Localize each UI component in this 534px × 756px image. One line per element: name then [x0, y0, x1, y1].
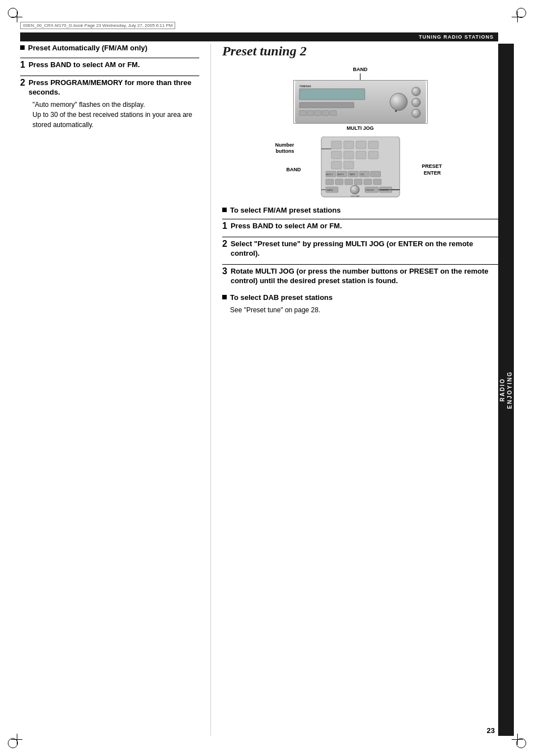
diagram-area: BAND YAMAHA	[222, 67, 498, 198]
left-step-1: 1 Press BAND to select AM or FM.	[20, 58, 199, 70]
right-step-3-text: Rotate MULTI JOG (or press the number bu…	[231, 267, 498, 286]
left-column: Preset Automatically (FM/AM only) 1 Pres…	[20, 44, 210, 736]
dab-body: See "Preset tune" on page 28.	[222, 306, 498, 314]
left-step-2-number: 2	[20, 78, 25, 87]
remote-container: Number buttons BAND PRESET ENTER	[222, 137, 498, 198]
right-step-2-header: 2 Select "Preset tune" by pressing MULTI…	[222, 237, 498, 259]
preset-auto-title: Preset Automatically (FM/AM only)	[20, 44, 199, 52]
svg-text:AUX 1: AUX 1	[326, 173, 333, 176]
svg-point-10	[411, 87, 420, 96]
dab-section-title: To select DAB preset stations	[222, 293, 498, 302]
right-step-1-text: Press BAND to select AM or FM.	[231, 222, 342, 231]
left-step-1-text: Press BAND to select AM or FM.	[29, 60, 140, 70]
svg-text:TAPE: TAPE	[349, 173, 355, 176]
svg-text:PRESET: PRESET	[366, 189, 375, 191]
svg-rect-34	[326, 179, 334, 185]
right-step-3-header: 3 Rotate MULTI JOG (or press the number …	[222, 264, 498, 286]
band-arrow	[360, 73, 360, 80]
svg-rect-24	[344, 161, 354, 169]
svg-rect-17	[356, 141, 366, 149]
stereo-unit-svg: YAMAHA	[293, 80, 428, 124]
left-step-2-header: 2 Press PROGRAM/MEMORY for more than thr…	[20, 76, 199, 97]
svg-rect-35	[335, 179, 343, 185]
left-step-2-body: "Auto memory" flashes on the display. Up…	[20, 100, 199, 130]
svg-rect-16	[344, 141, 354, 149]
right-step-2: 2 Select "Preset tune" by pressing MULTI…	[222, 237, 498, 259]
svg-rect-36	[345, 179, 353, 185]
left-step-2-body-line2: Up to 30 of the best received stations i…	[32, 110, 199, 130]
number-buttons-label: Number buttons	[275, 142, 294, 154]
svg-point-12	[411, 109, 420, 118]
svg-rect-22	[368, 151, 378, 159]
svg-rect-8	[330, 111, 336, 116]
svg-rect-5	[307, 111, 313, 116]
left-step-2-text: Press PROGRAM/MEMORY for more than three…	[29, 78, 199, 97]
svg-text:VOLUME: VOLUME	[350, 195, 360, 198]
preset-tuning-title: Preset tuning 2	[222, 44, 498, 59]
multi-jog-label: MULTI JOG	[222, 125, 498, 131]
right-step-3: 3 Rotate MULTI JOG (or press the number …	[222, 264, 498, 286]
svg-text:CD: CD	[360, 173, 364, 176]
svg-rect-38	[364, 179, 372, 185]
svg-rect-15	[331, 141, 341, 149]
svg-text:YAMAHA: YAMAHA	[299, 85, 311, 88]
svg-rect-21	[356, 151, 366, 159]
right-step-1-header: 1 Press BAND to select AM or FM.	[222, 219, 498, 231]
dab-title-text: To select DAB preset stations	[230, 293, 332, 302]
svg-point-9	[390, 93, 407, 110]
dab-bullet	[222, 295, 227, 299]
left-step-1-header: 1 Press BAND to select AM or FM.	[20, 58, 199, 70]
band-label-top: BAND	[222, 67, 498, 72]
svg-rect-37	[354, 179, 362, 185]
section-header: TUNING RADIO STATIONS	[20, 32, 498, 41]
right-step-3-number: 3	[222, 267, 227, 276]
left-step-1-number: 1	[20, 60, 25, 69]
remote-unit-svg: AUX 1 AUX 2 TAPE CD BAND	[305, 137, 416, 198]
svg-text:BAND: BAND	[327, 189, 333, 191]
fm-am-bullet	[222, 208, 227, 212]
preset-auto-title-text: Preset Automatically (FM/AM only)	[28, 44, 147, 52]
left-step-2: 2 Press PROGRAM/MEMORY for more than thr…	[20, 76, 199, 130]
right-step-1: 1 Press BAND to select AM or FM.	[222, 219, 498, 231]
svg-text:ENTER: ENTER	[381, 189, 388, 191]
svg-point-11	[411, 98, 420, 107]
svg-rect-20	[344, 151, 354, 159]
svg-rect-19	[331, 151, 341, 159]
right-step-1-number: 1	[222, 222, 227, 231]
content-area: Preset Automatically (FM/AM only) 1 Pres…	[20, 44, 498, 736]
file-info-text: 00EN_00_CRX-M170_G.book Page 23 Wednesda…	[20, 22, 175, 29]
svg-rect-6	[315, 111, 321, 116]
svg-rect-29	[371, 171, 381, 177]
svg-rect-3	[299, 102, 353, 108]
svg-rect-18	[368, 141, 378, 149]
side-tab: ENJOYING RADIO	[498, 44, 514, 736]
left-step-2-body-line1: "Auto memory" flashes on the display.	[32, 100, 199, 110]
bullet-icon	[20, 45, 25, 50]
svg-rect-23	[331, 161, 341, 169]
svg-point-13	[395, 110, 396, 112]
fm-am-section-title: To select FM/AM preset stations	[222, 206, 498, 214]
fm-am-title-text: To select FM/AM preset stations	[230, 206, 341, 214]
svg-point-42	[350, 185, 359, 194]
enter-label: ENTER	[424, 170, 441, 176]
preset-label: PRESET	[421, 163, 442, 169]
band-remote-label: BAND	[287, 167, 301, 172]
svg-rect-7	[322, 111, 329, 116]
right-step-2-text: Select "Preset tune" by pressing MULTI J…	[231, 240, 498, 259]
file-info-bar: 00EN_00_CRX-M170_G.book Page 23 Wednesda…	[20, 20, 514, 30]
svg-text:AUX 2: AUX 2	[338, 173, 344, 176]
right-column: Preset tuning 2 BAND	[210, 44, 498, 736]
right-step-2-number: 2	[222, 240, 227, 248]
side-tab-text: ENJOYING RADIO	[499, 371, 513, 409]
svg-rect-4	[299, 111, 306, 116]
svg-rect-39	[373, 179, 381, 185]
page-number: 23	[487, 726, 495, 735]
svg-rect-2	[299, 89, 364, 100]
